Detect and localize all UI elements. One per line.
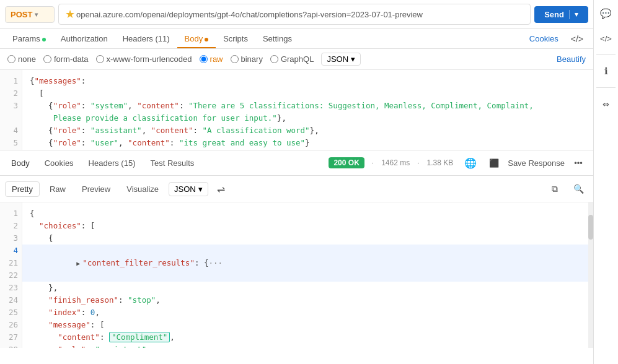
method-select[interactable]: POST ▾ [5, 6, 55, 23]
status-badge: 200 OK [329, 157, 364, 168]
save-response-icon[interactable]: ⬛ [484, 153, 504, 173]
more-options-icon[interactable]: ••• [568, 153, 588, 173]
resp-line-25: "content": "Compliment", [30, 331, 581, 344]
filter-button[interactable]: ⇌ [214, 182, 227, 196]
resp-line-3: { [30, 232, 581, 245]
method-chevron: ▾ [35, 11, 38, 18]
tab-authorization[interactable]: Authorization [53, 29, 115, 48]
content-value: "Compliment" [109, 332, 170, 342]
resp-time-value: 1462 ms [381, 158, 410, 167]
option-raw[interactable]: raw [200, 54, 223, 64]
resp-tab-cookies[interactable]: Cookies [38, 156, 80, 170]
tab-scripts[interactable]: Scripts [216, 29, 255, 48]
fmt-pretty[interactable]: Pretty [5, 181, 40, 197]
params-dot [42, 38, 46, 41]
fmt-preview[interactable]: Preview [76, 182, 117, 196]
url-text: openai.azure.com/openai/deployments/gpt-… [76, 10, 423, 19]
scrollbar-thumb[interactable] [588, 215, 593, 240]
resp-tab-headers[interactable]: Headers (15) [82, 156, 142, 170]
option-graphql[interactable]: GraphQL [270, 54, 314, 64]
save-response-label[interactable]: Save Response [508, 158, 565, 168]
resp-actions: 🌐 ⬛ Save Response ••• [461, 153, 588, 173]
request-editor[interactable]: 1 2 3 4 5 6 {"messages": [ {"role": "sys… [0, 70, 593, 150]
send-chevron-icon: ▾ [570, 11, 578, 19]
beautify-button[interactable]: Beautify [557, 54, 586, 64]
body-dot [205, 38, 208, 41]
send-button[interactable]: Send ▾ [534, 6, 588, 23]
tab-body[interactable]: Body [177, 29, 216, 48]
fmt-visualize[interactable]: Visualize [120, 182, 165, 196]
right-icon-panel: 💬 </> ℹ ⇔ [593, 0, 618, 364]
response-format-row: Pretty Raw Preview Visualize JSON ▾ ⇌ ⧉ … [0, 176, 593, 202]
tab-settings[interactable]: Settings [255, 29, 299, 48]
scrollbar[interactable] [588, 202, 593, 348]
resp-tab-test-results[interactable]: Test Results [144, 156, 200, 170]
resp-line-2: "choices": [ [30, 220, 581, 232]
send-label: Send [544, 10, 570, 19]
resp-right-actions: ⧉ 🔍 [545, 179, 588, 199]
copy-response-button[interactable]: ⧉ [545, 179, 565, 199]
globe-icon[interactable]: 🌐 [461, 153, 480, 173]
option-urlencoded[interactable]: x-www-form-urlencoded [96, 54, 192, 64]
resp-line-26: "role": "assistant" [30, 344, 581, 348]
response-code-content[interactable]: { "choices": [ { ▶"content_filter_result… [22, 202, 588, 348]
resp-json-select[interactable]: JSON ▾ [169, 182, 208, 196]
code-icon[interactable]: </> [596, 28, 616, 48]
body-options-row: none form-data x-www-form-urlencoded raw… [0, 49, 593, 70]
option-none[interactable]: none [7, 54, 36, 64]
option-binary[interactable]: binary [231, 54, 263, 64]
resp-line-23: "index": 0, [30, 306, 581, 319]
resp-line-21: }, [30, 282, 581, 294]
cookies-link[interactable]: Cookies [522, 29, 566, 48]
tab-headers[interactable]: Headers (11) [115, 29, 177, 48]
resp-line-1: { [30, 207, 581, 220]
option-form-data[interactable]: form-data [43, 54, 89, 64]
top-bar: POST ▾ ★ openai.azure.com/openai/deploym… [0, 0, 593, 29]
url-bar[interactable]: ★ openai.azure.com/openai/deployments/gp… [58, 4, 531, 25]
resp-line-22: "finish_reason": "stop", [30, 294, 581, 306]
star-icon: ★ [65, 7, 75, 21]
request-tabs: Params Authorization Headers (11) Body S… [0, 29, 593, 49]
json-chevron-icon: ▾ [351, 54, 355, 64]
info-icon[interactable]: ℹ [596, 61, 616, 81]
request-code-content[interactable]: {"messages": [ {"role": "system", "conte… [22, 70, 593, 150]
fmt-raw[interactable]: Raw [43, 182, 72, 196]
resp-json-chevron-icon: ▾ [198, 184, 203, 194]
search-response-button[interactable]: 🔍 [568, 179, 588, 199]
resp-time: · [372, 158, 374, 167]
resp-tab-body[interactable]: Body [5, 156, 36, 170]
resp-line-24: "message": [ [30, 319, 581, 331]
response-code-area[interactable]: 1 2 3 4 21 22 23 24 25 26 27 28 29 { "ch… [0, 202, 593, 348]
tab-params[interactable]: Params [5, 29, 53, 48]
code-toggle[interactable]: </> [566, 30, 588, 48]
request-line-numbers: 1 2 3 4 5 6 [0, 70, 22, 150]
resize-icon[interactable]: ⇔ [596, 94, 616, 114]
json-format-select[interactable]: JSON ▾ [321, 53, 361, 66]
resp-line-4: ▶"content_filter_results": {··· [22, 245, 588, 282]
comment-icon[interactable]: 💬 [596, 4, 616, 24]
resp-size-sep: · [417, 158, 419, 167]
method-label: POST [11, 10, 32, 19]
resp-size-value: 1.38 KB [427, 158, 454, 167]
expand-arrow[interactable]: ▶ [76, 260, 80, 267]
response-tabs: Body Cookies Headers (15) Test Results 2… [0, 150, 593, 176]
response-line-numbers: 1 2 3 4 21 22 23 24 25 26 27 28 29 [0, 202, 22, 348]
